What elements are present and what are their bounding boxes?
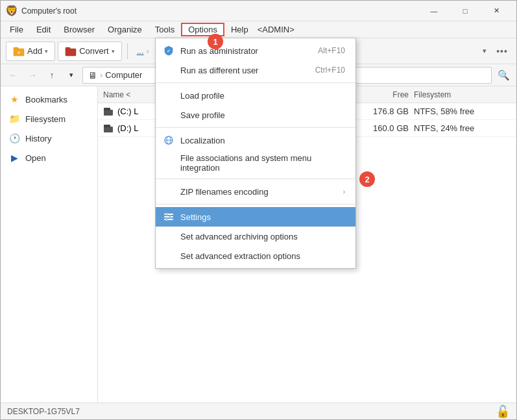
svg-rect-6 (104, 108, 110, 110)
zip-icon (162, 185, 175, 198)
sidebar-label-open: Open (25, 153, 46, 163)
svg-rect-4 (66, 47, 70, 49)
menu-edit[interactable]: Edit (30, 23, 57, 36)
path-dropdown-arrow[interactable]: ▾ (483, 47, 487, 55)
menu-browser[interactable]: Browser (57, 23, 101, 36)
bookmarks-icon: ★ (8, 93, 20, 105)
save-profile-label: Save profile (180, 110, 345, 120)
drive-icon-c (103, 106, 114, 117)
hostname-label: DESKTOP-1G75VL7 (7, 407, 80, 416)
file-fs-c: NTFS, 58% free (414, 106, 511, 116)
adv-archive-label: Set advanced archiving options (180, 232, 345, 241)
col-header-free: Free (349, 90, 414, 99)
forward-button[interactable]: → (24, 67, 41, 84)
minimize-button[interactable]: — (419, 1, 449, 21)
sidebar-label-history: History (25, 134, 51, 143)
computer-icon: 🖥 (88, 70, 97, 80)
load-icon (162, 89, 175, 102)
dropdown-item-run-admin[interactable]: ✓ Run as administrator Alt+F10 (156, 41, 355, 60)
step1-circle: 1 (208, 34, 223, 49)
sidebar-item-history[interactable]: 🕐 History (1, 129, 97, 147)
more-options-button[interactable]: ••• (493, 42, 511, 60)
run-different-shortcut: Ctrl+F10 (315, 66, 345, 75)
dropdown-item-load-profile[interactable]: Load profile (156, 86, 355, 105)
up-button[interactable]: ↑ (43, 67, 60, 84)
file-name-c: (C:) L (117, 106, 139, 116)
adv-extract-icon (162, 249, 175, 262)
convert-arrow: ▾ (112, 48, 115, 55)
add-button[interactable]: + Add ▾ (6, 42, 55, 61)
menu-file[interactable]: File (3, 23, 30, 36)
breadcrumb-dropdown[interactable]: ▾ (63, 67, 80, 84)
search-icon: 🔍 (498, 69, 510, 81)
close-button[interactable]: ✕ (481, 1, 511, 21)
load-profile-label: Load profile (180, 91, 345, 101)
back-button[interactable]: ← (5, 67, 21, 84)
sidebar-item-bookmarks[interactable]: ★ Bookmarks (1, 90, 97, 108)
dropdown-item-run-different[interactable]: Run as different user Ctrl+F10 (156, 60, 355, 80)
file-assoc-icon (162, 156, 175, 169)
separator-4 (156, 204, 355, 204)
dropdown-item-settings[interactable]: Settings (156, 207, 355, 227)
shield-icon: ✓ (162, 44, 175, 57)
dropdown-item-adv-archive[interactable]: Set advanced archiving options (156, 227, 355, 246)
run-admin-label: Run as administrator (180, 46, 313, 56)
separator-1 (156, 82, 355, 83)
svg-text:+: + (18, 50, 21, 56)
more-dots-icon: ••• (496, 46, 508, 56)
convert-icon (65, 45, 77, 57)
localization-label: Localization (180, 136, 345, 145)
add-arrow: ▾ (45, 48, 48, 55)
menu-organize[interactable]: Organize (101, 23, 149, 36)
submenu-arrow-icon: › (343, 188, 345, 195)
run-different-label: Run as different user (180, 66, 310, 75)
sidebar-item-filesystem[interactable]: 📁 Filesystem (1, 110, 97, 128)
search-button[interactable]: 🔍 (494, 66, 512, 84)
step2-circle: 2 (359, 171, 375, 187)
menu-help[interactable]: Help (224, 23, 255, 36)
add-folder-icon: + (13, 45, 25, 57)
convert-button[interactable]: Convert ▾ (58, 42, 122, 61)
title-bar: 🦁 Computer's root — □ ✕ (1, 1, 516, 21)
menu-tools[interactable]: Tools (149, 23, 181, 36)
options-dropdown-menu: ✓ Run as administrator Alt+F10 Run as di… (155, 38, 356, 269)
window-title: Computer's root (21, 6, 419, 16)
sidebar: ★ Bookmarks 📁 Filesystem 🕐 History ▶ Ope… (1, 86, 98, 402)
user-icon (162, 64, 175, 77)
svg-point-17 (169, 216, 171, 218)
breadcrumb-sep1: › (100, 70, 102, 80)
dropdown-item-save-profile[interactable]: Save profile (156, 105, 355, 125)
zip-encoding-label: ZIP filenames encoding (180, 187, 338, 197)
svg-rect-3 (66, 49, 76, 56)
open-icon: ▶ (8, 152, 20, 164)
adv-extract-label: Set advanced extraction options (180, 251, 345, 261)
window-controls: — □ ✕ (419, 1, 511, 21)
svg-rect-5 (104, 110, 113, 116)
sidebar-item-open[interactable]: ▶ Open (1, 149, 97, 167)
dropdown-item-zip-encoding[interactable]: ZIP filenames encoding › (156, 182, 355, 201)
globe-icon (162, 134, 175, 147)
file-name-d: (D:) L (117, 123, 139, 133)
dropdown-item-file-assoc[interactable]: File associations and system menu integr… (156, 150, 355, 176)
maximize-button[interactable]: □ (450, 1, 480, 21)
separator-2 (156, 127, 355, 128)
settings-icon (162, 210, 175, 223)
admin-label: <ADMIN> (258, 25, 295, 34)
separator-3 (156, 179, 355, 179)
app-icon: 🦁 (6, 5, 18, 17)
convert-label: Convert (79, 46, 109, 56)
breadcrumb-computer: Computer (105, 70, 142, 80)
history-icon: 🕐 (8, 132, 20, 144)
drive-icon-d (103, 123, 114, 134)
dropdown-item-localization[interactable]: Localization (156, 130, 355, 150)
svg-point-16 (166, 214, 168, 216)
settings-label: Settings (180, 212, 345, 222)
dropdown-item-adv-extract[interactable]: Set advanced extraction options (156, 246, 355, 266)
run-admin-shortcut: Alt+F10 (318, 46, 345, 55)
svg-rect-8 (104, 125, 110, 127)
save-icon (162, 108, 175, 121)
svg-text:✓: ✓ (167, 49, 171, 53)
svg-rect-14 (164, 216, 173, 217)
filesystem-icon: 📁 (8, 113, 20, 125)
toolbar-path-label: ... (137, 46, 144, 56)
